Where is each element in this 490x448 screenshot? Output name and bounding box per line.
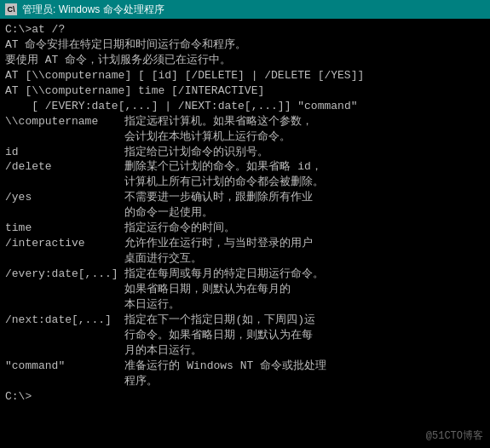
terminal-line: 月的本日运行。 — [5, 343, 485, 359]
terminal-line: 要使用 AT 命令，计划服务必须已在运行中。 — [5, 53, 485, 68]
terminal-line: 行命令。如果省略日期，则默认为在每 — [5, 328, 485, 343]
terminal-line: AT [\\computername] time [/INTERACTIVE] — [5, 83, 485, 99]
watermark: @51CTO博客 — [426, 428, 483, 443]
terminal-line: C:\> — [5, 389, 485, 405]
terminal-line: AT [\\computername] [ [id] [/DELETE] | /… — [5, 68, 485, 83]
terminal-line: /yes 不需要进一步确认时，跟删除所有作业 — [5, 190, 485, 205]
terminal-line: 会计划在本地计算机上运行命令。 — [5, 129, 485, 145]
terminal-line: /every:date[,...] 指定在每周或每月的特定日期运行命令。 — [5, 267, 485, 282]
terminal: C:\>at /?AT 命令安排在特定日期和时间运行命令和程序。要使用 AT 命… — [0, 19, 490, 448]
terminal-line: \\computername 指定远程计算机。如果省略这个参数， — [5, 114, 485, 129]
terminal-line: [ /EVERY:date[,...] | /NEXT:date[,...]] … — [5, 99, 485, 114]
terminal-line: /delete 删除某个已计划的命令。如果省略 id， — [5, 159, 485, 175]
terminal-line: 桌面进行交互。 — [5, 251, 485, 267]
terminal-line: 如果省略日期，则默认为在每月的 — [5, 282, 485, 297]
title-bar: C\ 管理员: Windows 命令处理程序 — [0, 0, 490, 19]
terminal-line: AT 命令安排在特定日期和时间运行命令和程序。 — [5, 37, 485, 53]
title-icon: C\ — [5, 3, 17, 15]
terminal-line: 计算机上所有已计划的命令都会被删除。 — [5, 175, 485, 190]
terminal-line: time 指定运行命令的时间。 — [5, 221, 485, 236]
terminal-line: id 指定给已计划命令的识别号。 — [5, 145, 485, 160]
terminal-line: C:\>at /? — [5, 22, 485, 37]
terminal-line: /next:date[,...] 指定在下一个指定日期(如，下周四)运 — [5, 313, 485, 328]
terminal-line: /interactive 允许作业在运行时，与当时登录的用户 — [5, 236, 485, 251]
terminal-line: "command" 准备运行的 Windows NT 命令或批处理 — [5, 359, 485, 374]
title-text: 管理员: Windows 命令处理程序 — [22, 3, 485, 17]
terminal-line: 本日运行。 — [5, 297, 485, 313]
terminal-line: 的命令一起使用。 — [5, 205, 485, 221]
terminal-line: 程序。 — [5, 374, 485, 389]
